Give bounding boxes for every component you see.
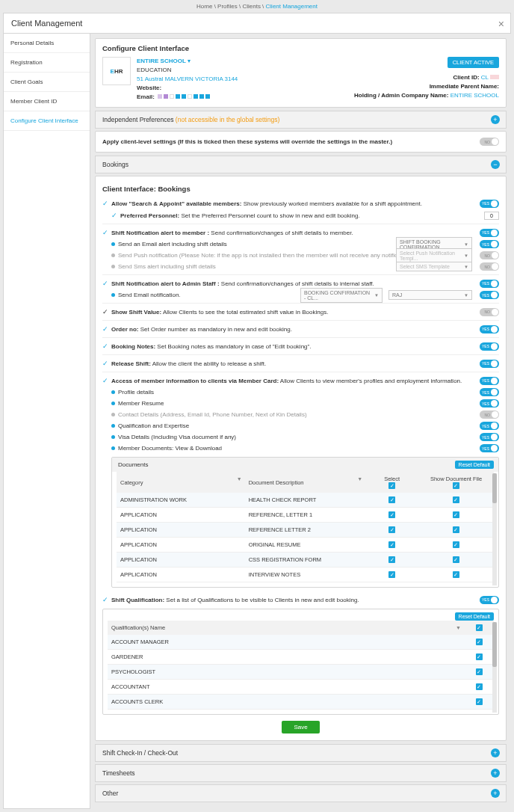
expand-icon[interactable]: + — [491, 769, 500, 778]
admin-notif-toggle[interactable]: YES — [480, 280, 499, 288]
table-row: PSYCHOLOGIST✓ — [108, 665, 494, 680]
search-appoint-toggle[interactable]: YES — [480, 200, 499, 208]
filter-icon[interactable]: ▼ — [456, 625, 461, 630]
table-row: ADMINISTRATION WORKHEALTH CHECK REPORT✓✓ — [117, 493, 494, 508]
select-all-checkbox[interactable]: ✓ — [388, 482, 395, 489]
mc-visa-toggle[interactable]: YES — [480, 433, 499, 441]
row-show-checkbox[interactable]: ✓ — [453, 511, 459, 518]
release-shift-toggle[interactable]: YES — [480, 360, 499, 368]
show-all-checkbox[interactable]: ✓ — [453, 482, 459, 489]
documents-panel: DocumentsReset Default Category▼ Documen… — [111, 457, 499, 588]
page-title: Client Management — [11, 19, 503, 28]
client-logo: EHR — [102, 57, 131, 85]
qual-all-checkbox[interactable]: ✓ — [476, 624, 483, 631]
push-toggle[interactable]: NO — [480, 251, 499, 259]
docs-reset-button[interactable]: Reset Default — [455, 461, 494, 469]
sidebar: Personal Details Registration Client Goa… — [3, 34, 90, 809]
mc-resume-toggle[interactable]: YES — [480, 399, 499, 407]
sms-toggle[interactable]: NO — [480, 262, 499, 271]
close-icon[interactable]: × — [498, 18, 504, 30]
mc-docs-toggle[interactable]: YES — [480, 444, 499, 452]
sidebar-item-personal[interactable]: Personal Details — [4, 34, 90, 53]
client-status-badge[interactable]: CLIENT ACTIVE — [448, 57, 499, 68]
table-row: APPLICATIONREFERENCE, LETTER 1✓✓ — [117, 508, 494, 523]
expand-icon[interactable]: + — [491, 748, 500, 757]
mc-qual-toggle[interactable]: YES — [480, 422, 499, 430]
qualifications-table: Qualification(s) Name▼ ✓ ACCOUNT MANAGER… — [108, 621, 494, 710]
table-row: ACCOUNTS CLERK✓ — [108, 695, 494, 710]
sms-template-select: Select SMS Template▼ — [396, 262, 472, 271]
row-select-checkbox[interactable]: ✓ — [388, 511, 395, 518]
client-header-card: Configure Client Interface EHR ENTIRE SC… — [95, 38, 507, 108]
breadcrumb: Home \ Profiles \ Clients \ Client Manag… — [0, 0, 514, 13]
shift-qual-toggle[interactable]: YES — [480, 596, 499, 604]
scrollbar[interactable] — [492, 473, 497, 585]
other-bar[interactable]: Other+ — [95, 784, 507, 802]
filter-icon[interactable]: ▼ — [237, 476, 242, 482]
row-show-checkbox[interactable]: ✓ — [453, 496, 459, 503]
chevron-down-icon[interactable]: ▾ — [188, 58, 191, 64]
table-row: APPLICATIONREFERENCE LETTER 2✓✓ — [117, 523, 494, 538]
check-icon[interactable]: ✓ — [102, 200, 108, 207]
mc-contact-toggle[interactable]: NO — [480, 410, 499, 419]
sidebar-item-goals[interactable]: Client Goals — [4, 73, 90, 92]
qual-checkbox[interactable]: ✓ — [476, 698, 483, 705]
booking-notes-toggle[interactable]: YES — [480, 342, 499, 351]
table-row: ACCOUNTANT✓ — [108, 680, 494, 695]
breadcrumb-current[interactable]: Client Management — [266, 3, 318, 10]
sidebar-item-registration[interactable]: Registration — [4, 53, 90, 73]
mc-profile-toggle[interactable]: YES — [480, 388, 499, 396]
sidebar-item-configure[interactable]: Configure Client Interface — [4, 111, 90, 131]
table-row: ACCOUNT MANAGER✓ — [108, 635, 494, 650]
save-button[interactable]: Save — [282, 721, 319, 733]
admin-email-toggle[interactable]: YES — [480, 291, 499, 299]
apply-toggle[interactable]: NO — [480, 138, 499, 146]
expand-icon[interactable]: + — [491, 789, 500, 798]
member-card-toggle[interactable]: YES — [480, 377, 499, 385]
email-alert-toggle[interactable]: YES — [480, 240, 499, 248]
table-row: GARDENER✓ — [108, 650, 494, 665]
row-show-checkbox[interactable]: ✓ — [453, 526, 459, 533]
table-row: APPLICATIONCSS REGISTRATION FORM✓✓ — [117, 553, 494, 568]
bookings-bar[interactable]: Bookings − — [95, 156, 507, 173]
order-no-toggle[interactable]: YES — [480, 325, 499, 333]
row-select-checkbox[interactable]: ✓ — [388, 496, 395, 503]
row-show-checkbox[interactable]: ✓ — [453, 571, 459, 578]
row-show-checkbox[interactable]: ✓ — [453, 541, 459, 548]
qual-checkbox[interactable]: ✓ — [476, 653, 483, 660]
qual-checkbox[interactable]: ✓ — [476, 639, 483, 645]
qualifications-panel: Reset Default Qualification(s) Name▼ ✓ A… — [102, 609, 499, 715]
checkin-bar[interactable]: Shift Check-In / Check-Out+ — [95, 744, 507, 762]
sidebar-item-member-id[interactable]: Member Client ID — [4, 92, 90, 111]
quals-reset-button[interactable]: Reset Default — [455, 612, 494, 621]
expand-icon[interactable]: + — [491, 115, 500, 124]
client-name[interactable]: ENTIRE SCHOOL — [137, 58, 186, 64]
documents-table: Category▼ Document Description▼ Select✓ … — [117, 472, 494, 582]
bookings-title: Client Interface: Bookings — [102, 185, 499, 193]
row-show-checkbox[interactable]: ✓ — [453, 556, 459, 563]
table-row: APPLICATIONINTERVIEW NOTES✓✓ — [117, 568, 494, 582]
filter-icon[interactable]: ▼ — [357, 476, 362, 482]
apply-client-level-row: Apply client-level settings (If this is … — [102, 136, 499, 147]
qual-checkbox[interactable]: ✓ — [476, 668, 483, 675]
row-select-checkbox[interactable]: ✓ — [388, 556, 395, 563]
client-meta: Client ID: CL Immediate Parent Name: Hol… — [354, 73, 499, 100]
show-shift-toggle[interactable]: NO — [480, 308, 499, 316]
independent-prefs-bar[interactable]: Independent Preferences (not accessible … — [95, 111, 507, 129]
admin-staff-select[interactable]: RAJ▼ — [388, 290, 472, 300]
collapse-icon[interactable]: − — [491, 160, 500, 169]
row-select-checkbox[interactable]: ✓ — [388, 571, 395, 578]
table-row: APPLICATIONORIGINAL RESUME✓✓ — [117, 538, 494, 553]
member-notif-toggle[interactable]: YES — [480, 229, 499, 237]
scrollbar[interactable] — [492, 622, 497, 713]
timesheets-bar[interactable]: Timesheets+ — [95, 764, 507, 782]
page-header: Client Management × — [3, 13, 511, 34]
row-select-checkbox[interactable]: ✓ — [388, 541, 395, 548]
qual-checkbox[interactable]: ✓ — [476, 683, 483, 690]
admin-template-select[interactable]: BOOKING CONFIRMATION - CL...▼ — [300, 288, 383, 303]
row-select-checkbox[interactable]: ✓ — [388, 526, 395, 533]
config-title: Configure Client Interface — [102, 44, 499, 52]
pref-personnel-input[interactable]: 0 — [484, 212, 499, 220]
